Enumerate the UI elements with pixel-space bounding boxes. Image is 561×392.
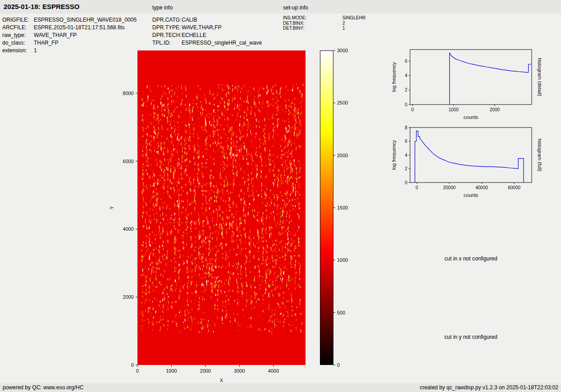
file-info-row: extension: 1 [2,47,137,55]
qc-report-page: 2025-01-18: ESPRESSO type info set-up in… [0,0,561,392]
y-tick-label: 2000 [123,294,134,300]
field-label: extension: [2,47,34,55]
x-tick-label: 0 [411,107,414,112]
colorbar-tick-label: 3000 [337,48,348,53]
setup-info-row: DET.BINX: 2 [283,21,365,26]
type-info-row: TPL.ID: ESPRESSO_singleHR_cal_wave [152,39,262,47]
y-tick-label: 6 [405,59,407,64]
type-info-row: DPR.CATG: CALIB [152,16,262,24]
file-info-row: ARCFILE: ESPRE.2025-01-18T21:17:51.568.f… [2,24,137,32]
field-value: ESPRESSO_SINGLEHR_WAVE018_0005 [34,16,137,24]
y-tick-label: 4 [405,153,407,158]
y-tick-label: 6000 [123,159,134,164]
field-value: WAVE_THAR_FP [34,32,77,39]
plot-right-label: histogram (full) [537,139,543,172]
field-value: WAVE,THAR,FP [182,24,222,32]
y-tick-label: 8000 [123,91,134,96]
x-tick-label: 2000 [200,368,211,374]
x-tick-label: 0 [415,185,418,190]
colorbar-tick-label: 1500 [337,205,348,210]
file-info-row: raw_type: WAVE_THAR_FP [2,32,137,39]
x-tick-label: 1000 [166,368,177,374]
plot-frame [410,128,532,182]
x-tick-label: 60000 [508,185,520,190]
colorbar-tick-label: 500 [337,310,345,315]
x-tick-label: 40000 [475,185,488,190]
type-info-row: DPR.TYPE: WAVE,THAR,FP [152,24,262,32]
x-axis-label: counts [464,192,479,198]
x-tick-label: 4000 [268,368,279,374]
field-label: do_class: [2,39,34,47]
type-info-heading: type info [152,5,173,11]
file-info-block: ORIGFILE: ESPRESSO_SINGLEHR_WAVE018_0005… [2,16,137,55]
file-info-row: do_class: THAR_FP [2,39,137,47]
field-label: DET.BINY: [283,26,342,31]
footer-right: created by qc_rawdisp.py v1.2.3 on 2025-… [420,384,558,391]
type-info-block: DPR.CATG: CALIB DPR.TYPE: WAVE,THAR,FP D… [152,16,262,47]
x-axis-label: X [220,378,223,383]
colorbar [320,50,333,365]
field-label: DPR.TYPE: [152,24,182,32]
y-tick-label: 4 [405,73,407,78]
field-value: 1 [342,26,345,31]
x-axis-label: counts [464,114,479,120]
raw-frame-image [137,50,306,365]
field-value: ESPRE.2025-01-18T21:17:51.568.fits [34,24,124,32]
field-value: ESPRESSO_singleHR_cal_wave [182,39,262,47]
setup-info-block: INS.MODE: SINGLEHR DET.BINX: 2 DET.BINY:… [283,15,365,31]
y-tick-label: 2 [405,166,407,171]
y-tick-label: 6 [405,139,407,144]
field-label: DPR.TECH: [152,32,182,39]
setup-info-row: DET.BINY: 1 [283,26,365,31]
file-info-row: ORIGFILE: ESPRESSO_SINGLEHR_WAVE018_0005 [2,16,137,24]
field-label: raw_type: [2,32,34,39]
histogram-line [415,131,524,182]
plot-frame [410,50,532,105]
field-value: CALIB [182,16,197,24]
field-label: DPR.CATG: [152,16,182,24]
field-label: ORIGFILE: [2,16,34,24]
y-axis-label: log frequency [391,140,397,170]
colorbar-tick-label: 0 [337,362,340,368]
header-bar: 2025-01-18: ESPRESSO type info set-up in… [0,0,561,14]
colorbar-tick-label: 2000 [337,153,348,158]
setup-info-heading: set-up info [283,5,308,11]
histogram-line [450,52,531,105]
y-axis-label: Y [109,206,114,210]
x-tick-label: 1000 [449,107,459,112]
field-value: THAR_FP [34,39,59,47]
x-tick-label: 3000 [234,368,245,374]
field-value: 1 [34,47,37,55]
x-tick-label: 2000 [490,107,500,112]
footer-left: powered by QC: www.eso.org/HC [3,384,83,391]
y-tick-label: 4000 [123,226,134,232]
y-tick-label: 2 [405,87,407,92]
page-title: 2025-01-18: ESPRESSO [4,3,79,10]
y-tick-label: 0 [131,362,134,368]
colorbar-tick-label: 2500 [337,100,348,105]
x-tick-label: 0 [136,368,139,374]
colorbar-tick-label: 1000 [337,257,348,263]
field-value: ECHELLE [182,32,206,39]
y-tick-label: 0 [405,180,407,185]
field-value: SINGLEHR [342,15,365,21]
setup-info-row: INS.MODE: SINGLEHR [283,15,365,21]
field-label: DET.BINX: [283,21,342,26]
type-info-row: DPR.TECH: ECHELLE [152,32,262,39]
cut-x-note: cut in x not configured [397,255,545,262]
plot-right-label: histogram (detail) [537,58,543,96]
footer-bar: powered by QC: www.eso.org/HC created by… [0,383,561,392]
field-value: 2 [342,21,345,26]
field-label: ARCFILE: [2,24,34,32]
field-label: TPL.ID: [152,39,182,47]
y-axis-label: log frequency [391,62,397,92]
y-tick-label: 0 [405,102,407,107]
field-label: INS.MODE: [283,15,342,21]
x-tick-label: 20000 [443,185,456,190]
cut-y-note: cut in y not configured [397,334,545,340]
y-tick-label: 8 [405,125,407,130]
